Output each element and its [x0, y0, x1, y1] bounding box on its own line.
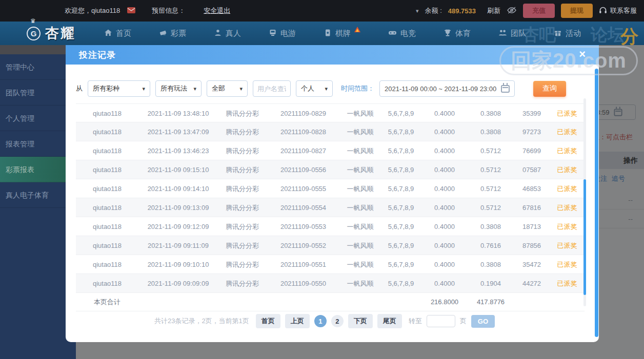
- status-select[interactable]: 全部: [207, 80, 248, 97]
- mail-icon[interactable]: [127, 7, 135, 15]
- username-search-input[interactable]: [253, 80, 291, 97]
- nav-item-label: 首页: [116, 29, 131, 38]
- table-cell: qiutao118: [76, 255, 138, 273]
- reserved-info-label: 预留信息：: [152, 6, 185, 15]
- sidebar-item[interactable]: 彩票报表: [0, 157, 76, 182]
- table-cell: 5,6,7,8,9: [380, 274, 421, 292]
- go-button[interactable]: GO: [471, 315, 495, 328]
- page-number-button[interactable]: 1: [314, 315, 327, 327]
- search-button[interactable]: 查询: [533, 81, 566, 97]
- table-cell: 腾讯分分彩: [218, 141, 267, 160]
- table-cell: 67816: [514, 198, 550, 217]
- table-cell: 一帆风顺: [340, 160, 380, 179]
- nav-item-home[interactable]: 首页: [90, 22, 145, 45]
- table-cell: 5,6,7,8,9: [380, 160, 421, 179]
- table-row: qiutao1182021-11-09 09:09:09腾讯分分彩2021110…: [76, 274, 585, 293]
- status-badge: 已派奖: [550, 255, 585, 273]
- logout-link[interactable]: 安全退出: [204, 6, 230, 15]
- totals-label: 本页合计: [76, 293, 138, 311]
- table-cell: 18713: [514, 217, 550, 236]
- play-type-select[interactable]: 所有玩法: [155, 80, 202, 97]
- table-cell: 2021-11-09 09:13:09: [138, 198, 218, 217]
- table-cell: 2021-11-09 09:15:10: [138, 160, 218, 179]
- sidebar-item[interactable]: 团队管理: [0, 80, 76, 105]
- time-range-input[interactable]: 2021-11-09 00:00 ~ 2021-11-09 23:00: [379, 80, 515, 97]
- totals-prize: 417.8776: [468, 293, 514, 311]
- table-cell: 5,6,7,8,9: [380, 236, 421, 255]
- gamepad-icon: [388, 29, 397, 38]
- nav-item-lottery[interactable]: 彩票: [145, 22, 200, 45]
- sidebar-menu: 管理中心团队管理个人管理报表管理彩票报表真人电子体育: [0, 54, 76, 208]
- refresh-link[interactable]: 刷新: [487, 6, 500, 15]
- team-icon: [498, 29, 507, 38]
- brand-logo[interactable]: ♛ G 杏耀: [27, 24, 76, 43]
- totals-row: 本页合计 216.8000 417.8776: [76, 293, 585, 311]
- table-cell: 一帆风顺: [340, 141, 380, 160]
- nav-item-egame[interactable]: 电游: [255, 22, 310, 45]
- withdraw-button[interactable]: 提现: [561, 4, 593, 18]
- eye-slash-icon[interactable]: [507, 7, 517, 15]
- lottery-ticket-icon: [159, 29, 167, 38]
- table-row: qiutao1182021-11-09 09:14:10腾讯分分彩2021110…: [76, 179, 585, 198]
- table-cell: 20211109-0554: [267, 198, 340, 217]
- nav-item-label: 棋牌: [335, 29, 351, 38]
- modal-scrollbar-thumb[interactable]: [595, 69, 598, 337]
- table-scrollbar-thumb[interactable]: [583, 179, 586, 295]
- table-cell: 腾讯分分彩: [218, 160, 267, 179]
- nav-item-sports[interactable]: 体育: [430, 22, 485, 45]
- prev-page-button[interactable]: 上页: [285, 314, 310, 328]
- lottery-type-select[interactable]: 所有彩种: [88, 80, 150, 97]
- customer-service-link[interactable]: 联系客服: [599, 6, 637, 15]
- balance-label: 余额 :: [425, 6, 442, 15]
- nav-item-chess[interactable]: 棋牌: [310, 22, 374, 45]
- watermark-ghost-text: 论坛: [591, 24, 625, 47]
- table-cell: 35472: [514, 255, 550, 273]
- nav-item-esports[interactable]: 电竞: [374, 22, 430, 45]
- sidebar-item[interactable]: 报表管理: [0, 131, 76, 157]
- status-badge: 已派奖: [550, 160, 585, 179]
- balance-caret-icon[interactable]: ▾: [416, 8, 419, 14]
- nav-item-live[interactable]: 真人: [200, 22, 255, 45]
- table-cell: 87856: [514, 236, 550, 255]
- trophy-icon: [444, 29, 452, 38]
- table-cell: 5,6,7,8,9: [380, 255, 421, 273]
- recharge-button[interactable]: 充值: [523, 4, 555, 18]
- person-icon: [214, 29, 222, 38]
- sidebar-item[interactable]: 管理中心: [0, 54, 76, 80]
- page-number-button[interactable]: 2: [331, 315, 344, 327]
- table-cell: 一帆风顺: [340, 274, 380, 292]
- table-cell: 2021-11-09 13:48:10: [138, 104, 218, 122]
- table-cell: 2021-11-09 09:10:10: [138, 255, 218, 273]
- slot-machine-icon: [269, 29, 277, 38]
- calendar-icon[interactable]: [501, 85, 510, 93]
- sidebar-item[interactable]: 真人电子体育: [0, 182, 76, 208]
- page: 欢迎您，qiutao118 预留信息： 安全退出 ▾ 余额 : 489.7533…: [0, 0, 644, 359]
- table-cell: 0.5712: [468, 160, 514, 179]
- close-icon[interactable]: ×: [579, 48, 586, 61]
- table-cell: 0.1904: [468, 274, 514, 292]
- table-cell: 0.4000: [421, 198, 468, 217]
- table-cell: qiutao118: [76, 141, 138, 160]
- nav-item-label: 彩票: [171, 29, 186, 38]
- scope-select[interactable]: 个人: [296, 80, 333, 97]
- table-cell: 0.4000: [421, 104, 468, 122]
- nav-item-activity[interactable]: 活动: [540, 22, 595, 45]
- welcome-text: 欢迎您，qiutao118: [65, 6, 120, 15]
- table-cell: 0.4000: [421, 141, 468, 160]
- table-cell: 20211109-0551: [267, 255, 340, 273]
- status-badge: 已派奖: [550, 122, 585, 141]
- balance-value: 489.7533: [448, 7, 476, 15]
- table-row: qiutao1182021-11-09 09:11:09腾讯分分彩2021110…: [76, 236, 585, 255]
- first-page-button[interactable]: 首页: [256, 314, 280, 328]
- table-cell: 0.4000: [421, 274, 468, 292]
- customer-service-label: 联系客服: [610, 6, 637, 15]
- nav-item-team[interactable]: 团队: [485, 22, 540, 45]
- sidebar-item[interactable]: 个人管理: [0, 105, 76, 131]
- next-page-button[interactable]: 下页: [348, 314, 373, 328]
- goto-page-input[interactable]: [427, 315, 455, 327]
- table-cell: qiutao118: [76, 160, 138, 179]
- main-nav: ♛ G 杏耀 首页 彩票 真人 电游 棋牌 电竞 体育 团队 活动 杏吧 论坛 …: [0, 22, 644, 45]
- last-page-button[interactable]: 尾页: [377, 314, 402, 328]
- table-cell: 0.4000: [421, 122, 468, 141]
- table-cell: 97273: [514, 122, 550, 141]
